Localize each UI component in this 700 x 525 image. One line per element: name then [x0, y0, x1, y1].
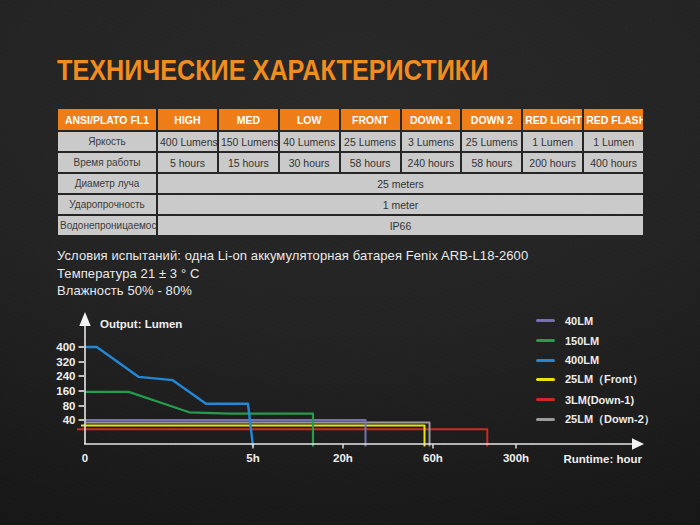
row-label: Водонепроницаемость — [58, 216, 156, 235]
spec-value-cell: 1 Lumen — [523, 132, 582, 151]
legend-label: 25LM（Down-2） — [565, 412, 655, 427]
chart-series-group — [77, 347, 487, 447]
y-tick-label: 400 — [56, 341, 75, 353]
table-row: Ударопрочность1 meter — [58, 195, 643, 214]
y-tick-label: 40 — [63, 414, 76, 426]
legend-swatch-icon — [536, 339, 555, 342]
legend-label: 400LM — [565, 354, 599, 366]
legend-item: 25LM（Down-2） — [536, 409, 655, 429]
x-axis-title: Runtime: hour — [563, 453, 642, 465]
x-tick-label: 20h — [333, 452, 353, 464]
test-conditions-line: Влажность 50% - 80% — [57, 282, 528, 300]
chart-ticks-group: 400320240160804005h20h60h300h — [56, 341, 529, 464]
table-row: Время работы5 hours15 hours30 hours58 ho… — [58, 153, 643, 172]
y-tick-label: 80 — [63, 400, 76, 412]
y-axis-title: Output: Lumen — [100, 318, 182, 330]
spec-value-cell: 3 Lumens — [402, 132, 461, 151]
column-header: HIGH — [158, 109, 217, 130]
y-axis-arrow-icon — [79, 312, 90, 326]
spec-value-cell: 400 Lumens — [158, 132, 217, 151]
column-header: FRONT — [341, 109, 400, 130]
spec-value-cell: 1 Lumen — [584, 132, 643, 151]
y-tick-label: 240 — [56, 370, 75, 382]
legend-label: 150LM — [565, 335, 599, 347]
spec-table: ANSI/PLATO FL1HIGHMEDLOWFRONTDOWN 1DOWN … — [56, 107, 645, 237]
spec-value-cell: 1 meter — [158, 195, 643, 214]
x-tick-label: 5h — [246, 452, 259, 464]
spec-value-cell: 240 hours — [402, 153, 461, 172]
legend-label: 25LM（Front） — [565, 372, 643, 387]
spec-value-cell: 58 hours — [462, 153, 521, 172]
test-conditions-line: Условия испытаний: одна Li-on аккумулято… — [57, 247, 528, 265]
legend-swatch-icon — [536, 359, 555, 362]
spec-value-cell: 150 Lumens — [219, 132, 278, 151]
y-tick-label: 320 — [56, 356, 75, 368]
series-line-400lm — [85, 347, 253, 447]
spec-value-cell: 25 Lumens — [462, 132, 521, 151]
spec-value-cell: 25 meters — [158, 174, 643, 193]
spec-slide: ТЕХНИЧЕСКИЕ ХАРАКТЕРИСТИКИ ANSI/PLATO FL… — [0, 0, 700, 525]
spec-value-cell: 400 hours — [584, 153, 643, 172]
series-line-40lm — [85, 420, 366, 447]
column-header: LOW — [280, 109, 339, 130]
column-header: RED FLASH — [584, 109, 643, 130]
legend-item: 150LM — [536, 331, 655, 351]
spec-value-cell: 58 hours — [341, 153, 400, 172]
row-label: Яркость — [58, 132, 156, 151]
table-row: ВодонепроницаемостьIP66 — [58, 216, 643, 235]
legend-swatch-icon — [536, 378, 555, 381]
table-row: Яркость400 Lumens150 Lumens40 Lumens25 L… — [58, 132, 643, 151]
spec-value-cell: IP66 — [158, 216, 643, 235]
legend-label: 40LM — [565, 315, 593, 327]
legend-swatch-icon — [536, 398, 555, 401]
spec-value-cell: 5 hours — [158, 153, 217, 172]
spec-value-cell: 40 Lumens — [280, 132, 339, 151]
x-tick-label: 60h — [423, 452, 443, 464]
chart-legend: 40LM150LM400LM25LM（Front）3LM(Down-1)25LM… — [536, 311, 655, 429]
legend-item: 40LM — [536, 311, 655, 331]
spec-value-cell: 200 hours — [523, 153, 582, 172]
x-tick-label: 300h — [503, 452, 529, 464]
column-header: RED LIGHT — [523, 109, 582, 130]
row-label: Время работы — [58, 153, 156, 172]
test-conditions: Условия испытаний: одна Li-on аккумулято… — [57, 247, 528, 300]
legend-swatch-icon — [536, 418, 555, 421]
x-axis-arrow-icon — [632, 438, 644, 449]
legend-label: 3LM(Down-1) — [565, 394, 634, 406]
spec-value-cell: 30 hours — [280, 153, 339, 172]
table-row: Диаметр луча25 meters — [58, 174, 643, 193]
test-conditions-line: Температура 21 ± 3 ° C — [57, 265, 528, 283]
spec-value-cell: 25 Lumens — [341, 132, 400, 151]
column-header: DOWN 2 — [462, 109, 521, 130]
legend-item: 3LM(Down-1) — [536, 390, 655, 410]
column-header: ANSI/PLATO FL1 — [58, 109, 156, 130]
x-tick-label: 0 — [82, 452, 88, 464]
legend-item: 400LM — [536, 350, 655, 370]
column-header: DOWN 1 — [402, 109, 461, 130]
row-label: Диаметр луча — [58, 174, 156, 193]
column-header: MED — [219, 109, 278, 130]
spec-table-header: ANSI/PLATO FL1HIGHMEDLOWFRONTDOWN 1DOWN … — [58, 109, 643, 130]
legend-item: 25LM（Front） — [536, 370, 655, 390]
y-tick-label: 160 — [56, 385, 75, 397]
page-title: ТЕХНИЧЕСКИЕ ХАРАКТЕРИСТИКИ — [57, 54, 488, 86]
row-label: Ударопрочность — [58, 195, 156, 214]
spec-value-cell: 15 hours — [219, 153, 278, 172]
legend-swatch-icon — [536, 319, 555, 322]
